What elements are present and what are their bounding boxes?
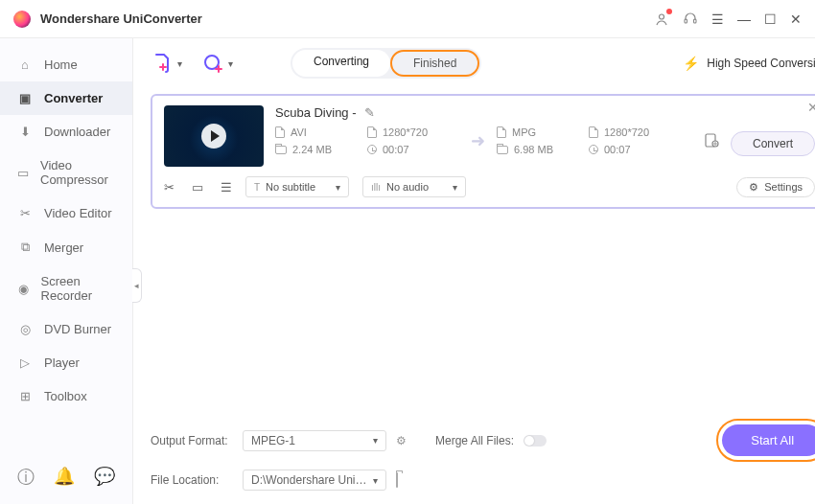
dvd-burner-icon: ◎	[17, 322, 33, 336]
merger-icon: ⧉	[17, 240, 33, 255]
sidebar-item-label: Player	[44, 355, 80, 370]
video-thumbnail[interactable]	[164, 105, 264, 167]
file-location-value: D:\Wondershare UniConverter	[251, 473, 369, 487]
chevron-down-icon: ▾	[228, 58, 233, 69]
convert-button[interactable]: Convert	[731, 131, 815, 156]
downloader-icon: ⬇	[17, 125, 33, 139]
src-size: 2.24 MB	[292, 144, 332, 155]
sidebar-item-merger[interactable]: ⧉Merger	[0, 230, 132, 264]
clock-icon	[589, 145, 598, 154]
menu-icon[interactable]: ☰	[711, 11, 724, 27]
close-icon[interactable]: ✕	[790, 11, 802, 27]
sidebar-item-dvd-burner[interactable]: ◎DVD Burner	[0, 312, 132, 346]
chevron-down-icon: ▾	[373, 475, 378, 486]
help-icon[interactable]: ⓘ	[17, 466, 35, 489]
chevron-down-icon: ▾	[373, 435, 378, 446]
sidebar-item-label: Video Editor	[44, 206, 112, 220]
output-settings-icon[interactable]: ⚙	[396, 434, 407, 447]
chevron-down-icon: ▾	[453, 182, 457, 193]
sidebar-collapse-handle[interactable]: ◂	[132, 268, 142, 303]
src-duration: 00:07	[383, 144, 409, 155]
add-url-button[interactable]: ▾	[201, 52, 233, 75]
output-format-select[interactable]: MPEG-1 ▾	[243, 430, 386, 451]
folder-icon	[275, 146, 287, 154]
video-editor-icon: ✂	[17, 206, 33, 220]
folder-icon	[497, 146, 508, 154]
merge-label: Merge All Files:	[435, 434, 514, 447]
sidebar-item-label: Video Compressor	[40, 158, 115, 187]
status-tabs: Converting Finished	[291, 48, 481, 79]
maximize-icon[interactable]: ☐	[764, 11, 777, 27]
sidebar-item-video-compressor[interactable]: ▭Video Compressor	[0, 149, 132, 196]
app-logo	[13, 11, 31, 28]
dst-duration: 00:07	[604, 144, 631, 155]
file-location-select[interactable]: D:\Wondershare UniConverter ▾	[243, 470, 386, 491]
file-icon	[367, 126, 377, 138]
sidebar-item-label: Converter	[44, 91, 103, 105]
sidebar-item-label: Toolbox	[44, 389, 87, 403]
sidebar-item-toolbox[interactable]: ⊞Toolbox	[0, 379, 132, 413]
footer: Output Format: MPEG-1 ▾ ⚙ Merge All File…	[151, 415, 815, 494]
notifications-icon[interactable]: 🔔	[54, 466, 75, 489]
sidebar-item-label: DVD Burner	[44, 322, 111, 336]
arrow-right-icon: ➜	[471, 130, 485, 151]
svg-point-3	[205, 56, 219, 69]
settings-button[interactable]: ⚙ Settings	[736, 177, 815, 197]
svg-point-0	[660, 14, 664, 19]
app-title: Wondershare UniConverter	[40, 11, 202, 26]
crop-icon[interactable]: ▭	[192, 180, 203, 195]
support-icon[interactable]	[683, 11, 698, 27]
add-file-button[interactable]: ▾	[151, 52, 182, 75]
hsc-label: High Speed Conversion	[707, 57, 815, 70]
dst-res: 1280*720	[604, 126, 649, 138]
trim-icon[interactable]: ✂	[164, 180, 175, 195]
sidebar-item-screen-recorder[interactable]: ◉Screen Recorder	[0, 264, 132, 312]
dst-format: MPG	[512, 126, 536, 138]
remove-file-icon[interactable]: ✕	[807, 100, 815, 115]
clock-icon	[367, 145, 377, 154]
sidebar-item-converter[interactable]: ▣Converter	[0, 81, 132, 115]
src-format: AVI	[291, 126, 307, 138]
start-all-button[interactable]: Start All	[722, 424, 815, 456]
menu-icon[interactable]: ☰	[221, 180, 232, 195]
converter-icon: ▣	[17, 91, 33, 105]
feedback-icon[interactable]: 💬	[94, 466, 115, 489]
subtitle-value: No subtitle	[266, 181, 315, 193]
settings-label: Settings	[764, 181, 803, 193]
output-format-label: Output Format:	[151, 434, 233, 447]
edit-title-icon[interactable]: ✎	[364, 105, 375, 120]
open-folder-icon[interactable]	[396, 473, 398, 487]
chevron-down-icon: ▾	[177, 58, 182, 69]
minimize-icon[interactable]: —	[737, 11, 751, 27]
file-card: ✕ Scuba Diving - ✎ AVI 2.24 MB	[151, 94, 815, 209]
subtitle-select[interactable]: T No subtitle ▾	[245, 176, 349, 197]
sidebar-item-downloader[interactable]: ⬇Downloader	[0, 115, 132, 149]
titlebar: Wondershare UniConverter ☰ — ☐ ✕	[0, 0, 815, 38]
sidebar-item-label: Home	[44, 57, 78, 72]
home-icon: ⌂	[17, 57, 33, 72]
gear-icon: ⚙	[749, 181, 758, 194]
sidebar-item-video-editor[interactable]: ✂Video Editor	[0, 196, 132, 230]
account-icon[interactable]	[654, 11, 669, 27]
file-location-label: File Location:	[151, 473, 233, 487]
file-icon	[497, 126, 506, 138]
tab-converting[interactable]: Converting	[292, 50, 390, 77]
screen-recorder-icon: ◉	[17, 282, 30, 296]
sidebar-item-player[interactable]: ▷Player	[0, 346, 132, 379]
output-settings-icon[interactable]	[704, 132, 721, 149]
main-panel: ▾ ▾ Converting Finished ⚡ High Speed Con…	[133, 38, 815, 504]
sidebar-item-home[interactable]: ⌂Home	[0, 48, 132, 81]
play-icon[interactable]	[201, 124, 226, 149]
file-icon	[275, 126, 285, 138]
audio-select[interactable]: ıllı No audio ▾	[362, 176, 466, 197]
toolbar: ▾ ▾ Converting Finished ⚡ High Speed Con…	[151, 48, 815, 79]
high-speed-toggle[interactable]: ⚡ High Speed Conversion	[683, 56, 815, 71]
player-icon: ▷	[17, 355, 33, 370]
merge-toggle[interactable]	[524, 435, 547, 447]
tab-finished[interactable]: Finished	[390, 50, 479, 77]
output-format-value: MPEG-1	[251, 434, 295, 447]
sidebar-item-label: Merger	[44, 241, 83, 255]
toolbox-icon: ⊞	[17, 389, 33, 403]
video-compressor-icon: ▭	[17, 166, 29, 180]
bolt-icon: ⚡	[683, 56, 699, 71]
